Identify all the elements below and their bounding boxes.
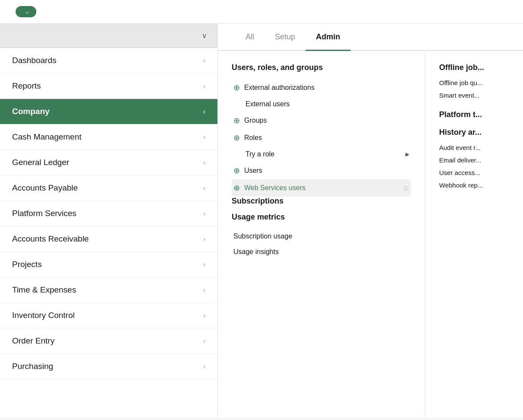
sidebar-item-label: Company <box>12 107 50 116</box>
sidebar-item-label: Cash Management <box>12 132 82 142</box>
chevron-right-icon: › <box>203 235 205 242</box>
main-layout: ∨ Dashboards › Reports › Company › Cash … <box>0 24 523 418</box>
secondary-section-title-offline-jobs: Offline job... <box>439 63 509 72</box>
menu-item-groups[interactable]: ⊕Groups <box>232 112 411 129</box>
menu-item-external-users[interactable]: External users <box>232 96 411 112</box>
star-icon[interactable]: ☆ <box>402 183 409 193</box>
chevron-right-icon: › <box>203 185 205 191</box>
menu-section-title-usage-metrics: Usage metrics <box>232 213 411 222</box>
chevron-right-icon: › <box>203 312 205 319</box>
sidebar-item-label: Dashboards <box>12 56 56 65</box>
chevron-right-icon: › <box>203 286 205 293</box>
secondary-item-smart-event[interactable]: Smart event... <box>439 89 509 102</box>
menu-item-users[interactable]: ⊕Users <box>232 162 411 179</box>
sidebar-item-label: Time & Expenses <box>12 285 76 295</box>
sidebar-item-reports[interactable]: Reports › <box>0 73 217 99</box>
sidebar-item-inventory-control[interactable]: Inventory Control › <box>0 303 217 328</box>
badge-chevron-icon: ⌄ <box>25 9 29 15</box>
chevron-right-icon: › <box>203 108 205 115</box>
chevron-right-icon: › <box>203 83 205 89</box>
secondary-item-user-access[interactable]: User access... <box>439 166 509 179</box>
sidebar-item-label: Accounts Receivable <box>12 234 89 244</box>
menu-section-title-users-roles-groups: Users, roles, and groups <box>232 63 411 72</box>
tabs-bar: AllSetupAdmin <box>218 24 523 51</box>
plus-icon: ⊕ <box>233 116 240 125</box>
chevron-right-icon: › <box>203 363 205 370</box>
arrow-right-icon: ▶ <box>405 151 409 157</box>
menu-item-label: Subscription usage <box>233 232 409 240</box>
chevron-right-icon: › <box>203 261 205 268</box>
sidebar-item-label: Projects <box>12 260 42 269</box>
sidebar-item-cash-management[interactable]: Cash Management › <box>0 124 217 150</box>
content-area: Users, roles, and groups⊕External author… <box>218 51 523 418</box>
sidebar-item-label: Reports <box>12 81 41 91</box>
chevron-right-icon: › <box>203 210 205 217</box>
header: ⌄ <box>0 0 523 24</box>
plus-icon: ⊕ <box>233 183 240 193</box>
menu-item-label: Try a role <box>246 150 405 158</box>
menu-item-label: Usage insights <box>233 248 409 256</box>
sidebar-item-label: Inventory Control <box>12 311 75 320</box>
chevron-right-icon: › <box>203 337 205 344</box>
sidebar-nav: Dashboards › Reports › Company › Cash Ma… <box>0 48 217 418</box>
secondary-item-audit-event[interactable]: Audit event r... <box>439 141 509 154</box>
sidebar-item-projects[interactable]: Projects › <box>0 252 217 277</box>
secondary-panel: Offline job...Offline job qu...Smart eve… <box>425 51 523 418</box>
sidebar-item-label: General Ledger <box>12 158 69 167</box>
secondary-item-email-delivery[interactable]: Email deliver... <box>439 154 509 166</box>
sidebar-item-dashboards[interactable]: Dashboards › <box>0 48 217 73</box>
menu-section-title-subscriptions: Subscriptions <box>232 197 411 206</box>
right-panel: AllSetupAdmin Users, roles, and groups⊕E… <box>218 24 523 418</box>
sidebar-item-label: Order Entry <box>12 336 54 346</box>
sidebar-item-purchasing[interactable]: Purchasing › <box>0 354 217 379</box>
tab-all[interactable]: All <box>235 24 265 50</box>
menu-item-usage-insights[interactable]: Usage insights <box>232 244 411 260</box>
sidebar-item-accounts-payable[interactable]: Accounts Payable › <box>0 175 217 201</box>
top-level-badge[interactable]: ⌄ <box>16 6 36 17</box>
chevron-right-icon: › <box>203 57 205 64</box>
sidebar-item-label: Platform Services <box>12 209 77 218</box>
sidebar-item-platform-services[interactable]: Platform Services › <box>0 201 217 226</box>
secondary-section-title-history-and-audit: History ar... <box>439 128 509 137</box>
chevron-right-icon: › <box>203 134 205 140</box>
sidebar-item-label: Purchasing <box>12 362 53 371</box>
sidebar-item-order-entry[interactable]: Order Entry › <box>0 328 217 354</box>
secondary-item-webhook-rep[interactable]: Webhook rep... <box>439 179 509 191</box>
menu-item-label: Groups <box>244 117 409 124</box>
sidebar-chevron-icon: ∨ <box>202 32 207 40</box>
secondary-section-title-platform-tools: Platform t... <box>439 110 509 119</box>
menu-item-label: Users <box>244 167 409 175</box>
plus-icon: ⊕ <box>233 133 240 143</box>
sidebar-header[interactable]: ∨ <box>0 24 217 48</box>
sidebar: ∨ Dashboards › Reports › Company › Cash … <box>0 24 218 418</box>
chevron-right-icon: › <box>203 159 205 166</box>
tab-setup[interactable]: Setup <box>265 24 306 50</box>
menu-item-label: Roles <box>244 134 409 142</box>
menu-item-web-services-users[interactable]: ⊕Web Services users☆ <box>232 179 411 197</box>
menu-item-label: External authorizations <box>244 84 409 92</box>
secondary-item-offline-job-q[interactable]: Offline job qu... <box>439 76 509 89</box>
sidebar-item-label: Accounts Payable <box>12 183 78 193</box>
menu-panel: Users, roles, and groups⊕External author… <box>218 51 425 418</box>
menu-item-try-a-role[interactable]: Try a role▶ <box>232 146 411 162</box>
menu-item-subscription-usage[interactable]: Subscription usage <box>232 229 411 244</box>
sidebar-item-accounts-receivable[interactable]: Accounts Receivable › <box>0 226 217 252</box>
sidebar-item-company[interactable]: Company › <box>0 99 217 124</box>
menu-item-external-auth[interactable]: ⊕External authorizations <box>232 79 411 96</box>
plus-icon: ⊕ <box>233 166 240 175</box>
sidebar-item-general-ledger[interactable]: General Ledger › <box>0 150 217 175</box>
tab-admin[interactable]: Admin <box>306 24 351 50</box>
sidebar-item-time-expenses[interactable]: Time & Expenses › <box>0 277 217 303</box>
menu-item-label: Web Services users <box>244 184 402 192</box>
menu-item-roles[interactable]: ⊕Roles <box>232 129 411 146</box>
plus-icon: ⊕ <box>233 83 240 92</box>
menu-item-label: External users <box>246 100 409 108</box>
